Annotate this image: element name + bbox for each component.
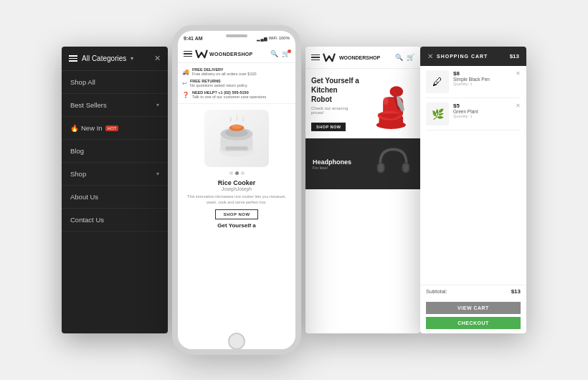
svg-rect-16 (378, 164, 383, 172)
shop-cart-icon[interactable]: 🛒 (407, 54, 414, 61)
subtotal-label: Subtotal: (426, 288, 447, 295)
cart-item-1-price: $8 (453, 70, 511, 77)
phone-cart-icon[interactable]: 🛒 (282, 50, 290, 57)
info-bar-delivery: 🚚 FREE DELIVERY Free delivery on all ord… (182, 66, 291, 77)
menu-item-best-sellers[interactable]: Best Sellers (62, 94, 168, 117)
phone-topbar-icons: 🔍 🛒 (270, 50, 290, 57)
shop-w-logo-icon (323, 52, 336, 62)
menu-item-blog[interactable]: Blog (62, 140, 168, 163)
shop-hamburger-icon[interactable] (311, 54, 320, 61)
menu-item-shop-all[interactable]: Shop All (62, 71, 168, 94)
product-name: Rice Cooker (218, 179, 256, 186)
panel-shop: WOONDERSHOP 🔍 🛒 Get Yourself a Kitchen R… (305, 47, 420, 333)
cart-item-2-qty: Quantity: 1 (453, 114, 511, 118)
subtotal-value: $13 (511, 288, 521, 295)
product-desc: This innovative microwave rice cooker le… (184, 194, 290, 205)
cart-item-1-remove[interactable]: ✕ (516, 70, 521, 77)
menu-header: All Categories ▾ ✕ (62, 47, 168, 71)
cart-item-1-info: $8 Simple Black Pen Quantity: 1 (453, 70, 511, 86)
menu-header-left: All Categories ▾ (69, 54, 133, 62)
scene: All Categories ▾ ✕ Shop All Best Sellers… (14, 14, 574, 366)
new-badge: HOT (105, 125, 119, 131)
product-carousel: Rice Cooker JosephJoseph This innovative… (178, 104, 295, 349)
hero-text: Get Yourself a Kitchen Robot Check out a… (311, 76, 360, 131)
phone-speaker (226, 34, 247, 37)
help-icon: ❓ (182, 92, 189, 98)
cart-item-1-qty: Quantity: 1 (453, 82, 511, 86)
cart-item-2-name: Green Plant (453, 109, 511, 114)
headphones-heading: Headphones (313, 158, 351, 166)
cart-subtotal: Subtotal: $13 (420, 285, 526, 298)
carousel-dots (229, 171, 245, 175)
hero-shop-btn[interactable]: SHOP NOW (311, 123, 346, 131)
hero-product-image (364, 77, 414, 130)
phone-body: 🚚 FREE DELIVERY Free delivery on all ord… (178, 63, 295, 349)
phone-hamburger-icon[interactable] (184, 51, 192, 57)
menu-item-new-in[interactable]: 🔥 New In HOT (62, 117, 168, 140)
cart-item-1-image: 🖊 (426, 70, 449, 93)
phone-search-icon[interactable]: 🔍 (270, 50, 278, 57)
menu-title: All Categories (82, 54, 126, 62)
headphones-section: Headphones For less! (305, 138, 420, 189)
get-yourself-text: Get Yourself a (217, 222, 256, 229)
kitchen-robot-svg (364, 77, 414, 130)
rice-cooker-svg (212, 115, 262, 162)
panel-cart: ✕ SHOPPING CART $13 🖊 $8 Simple Black Pe… (420, 47, 526, 333)
headphones-svg (374, 144, 413, 184)
product-shop-btn[interactable]: SHOP NOW (215, 209, 257, 219)
info-bar-help: ❓ NEED HELP? +1 (02) 555-5150 Talk to on… (182, 89, 291, 100)
phone-frame: 9:41 AM ▂▄▆ WiFi 100% WOONDERSHOP (172, 25, 301, 355)
menu-item-about[interactable]: About Us (62, 186, 168, 209)
checkout-button[interactable]: CHECKOUT (426, 317, 521, 329)
product-image (204, 110, 269, 167)
svg-point-13 (383, 97, 388, 105)
cart-item-2-price: $5 (453, 103, 511, 109)
w-logo-icon (195, 49, 208, 59)
hero-section: Get Yourself a Kitchen Robot Check out a… (305, 69, 420, 138)
hero-heading: Get Yourself a Kitchen Robot (311, 76, 360, 104)
view-cart-button[interactable]: VIEW CART (426, 302, 521, 314)
shop-body: Get Yourself a Kitchen Robot Check out a… (305, 69, 420, 333)
delivery-icon: 🚚 (182, 69, 189, 75)
cart-item-1-name: Simple Black Pen (453, 77, 511, 82)
menu-item-contact[interactable]: Contact Us (62, 209, 168, 232)
shop-search-icon[interactable]: 🔍 (395, 54, 403, 61)
dot-1 (229, 171, 233, 175)
cart-item-2-info: $5 Green Plant Quantity: 1 (453, 103, 511, 118)
phone-status-icons: ▂▄▆ WiFi 100% (257, 36, 290, 41)
info-bar-returns: ↩ FREE RETURNS No questions asked return… (182, 77, 291, 89)
hero-subtext: Check out amazing prices! (311, 106, 360, 115)
dot-3 (241, 171, 245, 175)
phone-status-bar: 9:41 AM ▂▄▆ WiFi 100% (178, 31, 295, 45)
svg-rect-17 (403, 164, 408, 172)
cart-items-list: 🖊 $8 Simple Black Pen Quantity: 1 ✕ 🌿 $5… (420, 66, 526, 285)
info-bars: 🚚 FREE DELIVERY Free delivery on all ord… (178, 63, 295, 104)
phone-time: 9:41 AM (184, 36, 203, 41)
shop-logo: WOONDERSHOP (323, 52, 380, 62)
cart-item-2-image: 🌿 (426, 103, 449, 125)
headphones-text: Headphones For less! (313, 158, 351, 170)
wifi-icon: WiFi (269, 36, 278, 40)
cart-close-icon[interactable]: ✕ (427, 52, 433, 60)
product-brand: JosephJoseph (222, 186, 252, 191)
cart-item-1: 🖊 $8 Simple Black Pen Quantity: 1 ✕ (426, 70, 521, 98)
close-icon[interactable]: ✕ (154, 54, 161, 63)
shop-topbar: WOONDERSHOP 🔍 🛒 (305, 47, 420, 69)
cart-item-2-remove[interactable]: ✕ (516, 103, 521, 109)
shop-topbar-icons: 🔍 🛒 (395, 54, 414, 61)
svg-point-6 (232, 124, 242, 128)
fire-icon: 🔥 (70, 124, 79, 132)
menu-item-shop[interactable]: Shop (62, 163, 168, 186)
shop-logo-text: WOONDERSHOP (339, 55, 380, 60)
phone-content: WOONDERSHOP 🔍 🛒 🚚 FREE DELIVERY Free del… (178, 45, 295, 349)
shop-topbar-left: WOONDERSHOP (311, 52, 380, 62)
svg-point-12 (389, 86, 403, 97)
cart-header: ✕ SHOPPING CART $13 (420, 47, 526, 66)
signal-icon: ▂▄▆ (257, 36, 267, 41)
headphones-subtext: For less! (313, 166, 351, 170)
svg-rect-4 (225, 146, 247, 150)
cart-header-left: ✕ SHOPPING CART (427, 52, 488, 60)
cart-item-2: 🌿 $5 Green Plant Quantity: 1 ✕ (426, 103, 521, 130)
headphones-image (374, 144, 413, 184)
phone-home-button[interactable] (228, 333, 245, 350)
